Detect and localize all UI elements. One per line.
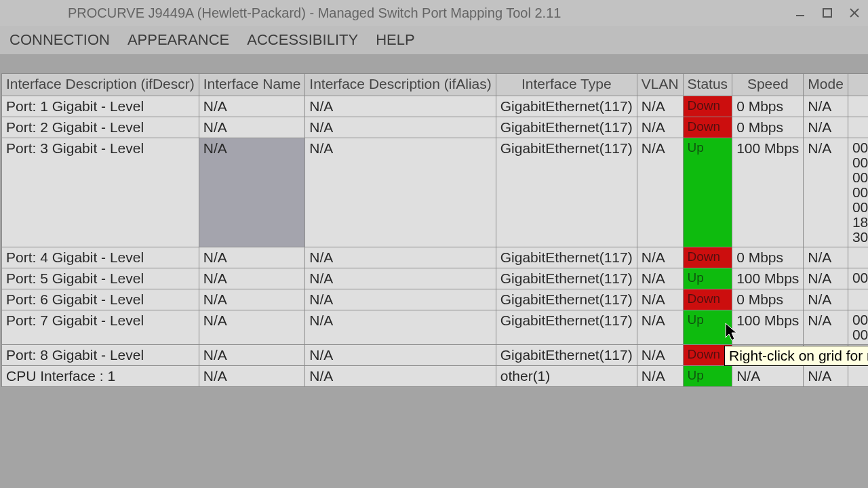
cell-ifname[interactable]: N/A xyxy=(199,310,305,345)
cell-mac[interactable]: 00:18:6E:4E:F9:41 xyxy=(848,268,868,289)
cell-status[interactable]: Up xyxy=(683,366,732,387)
col-status[interactable]: Status xyxy=(683,74,732,96)
cell-vlan[interactable]: N/A xyxy=(637,96,683,117)
cell-mode[interactable]: N/A xyxy=(804,268,848,289)
cell-mode[interactable]: N/A xyxy=(804,247,848,268)
cell-ifdescr[interactable]: Port: 3 Gigabit - Level xyxy=(2,138,199,247)
cell-iftype[interactable]: GigabitEthernet(117) xyxy=(496,96,637,117)
cell-ifdescr[interactable]: CPU Interface : 1 xyxy=(2,366,199,387)
cell-ifname[interactable]: N/A xyxy=(199,138,305,247)
table-row[interactable]: CPU Interface : 1N/AN/Aother(1)N/AUpN/AN… xyxy=(2,366,869,387)
cell-ifname[interactable]: N/A xyxy=(199,289,305,310)
table-row[interactable]: Port: 2 Gigabit - LevelN/AN/AGigabitEthe… xyxy=(2,117,869,138)
cell-ifdescr[interactable]: Port: 5 Gigabit - Level xyxy=(2,268,199,289)
cell-mode[interactable]: N/A xyxy=(804,310,848,345)
col-ifname[interactable]: Interface Name xyxy=(199,74,305,96)
menu-connection[interactable]: CONNECTION xyxy=(8,28,111,52)
cell-ifname[interactable]: N/A xyxy=(199,268,305,289)
cell-mode[interactable]: N/A xyxy=(804,96,848,117)
cell-status[interactable]: Down xyxy=(683,247,732,268)
port-grid[interactable]: Interface Description (ifDescr) Interfac… xyxy=(1,73,868,387)
table-row[interactable]: Port: 4 Gigabit - LevelN/AN/AGigabitEthe… xyxy=(2,247,869,268)
col-ifalias[interactable]: Interface Description (ifAlias) xyxy=(305,74,496,96)
cell-mac[interactable]: 00:0F:20:45:81:8000:0F:20:45:81:A9 xyxy=(848,310,868,345)
cell-iftype[interactable]: GigabitEthernet(117) xyxy=(496,138,637,247)
menu-appearance[interactable]: APPEARANCE xyxy=(126,28,231,52)
col-speed[interactable]: Speed xyxy=(732,74,804,96)
cell-ifname[interactable]: N/A xyxy=(199,366,305,387)
cell-mode[interactable]: N/A xyxy=(804,289,848,310)
cell-ifname[interactable]: N/A xyxy=(199,117,305,138)
col-ifdescr[interactable]: Interface Description (ifDescr) xyxy=(2,74,199,96)
cell-ifalias[interactable]: N/A xyxy=(305,366,496,387)
cell-ifname[interactable]: N/A xyxy=(199,345,305,366)
table-row[interactable]: Port: 1 Gigabit - LevelN/AN/AGigabitEthe… xyxy=(2,96,869,117)
col-vlan[interactable]: VLAN xyxy=(637,74,683,96)
cell-iftype[interactable]: GigabitEthernet(117) xyxy=(496,268,637,289)
cell-mode[interactable]: N/A xyxy=(804,366,848,387)
cell-ifdescr[interactable]: Port: 8 Gigabit - Level xyxy=(2,345,199,366)
cell-ifdescr[interactable]: Port: 1 Gigabit - Level xyxy=(2,96,199,117)
cell-status[interactable]: Up xyxy=(683,310,732,345)
cell-mac[interactable] xyxy=(848,247,868,268)
cell-ifalias[interactable]: N/A xyxy=(305,117,496,138)
cell-ifdescr[interactable]: Port: 6 Gigabit - Level xyxy=(2,289,199,310)
cell-vlan[interactable]: N/A xyxy=(637,247,683,268)
cell-speed[interactable]: 0 Mbps xyxy=(732,117,804,138)
cell-mac[interactable] xyxy=(848,289,868,310)
cell-speed[interactable]: 100 Mbps xyxy=(732,268,804,289)
cell-ifalias[interactable]: N/A xyxy=(305,96,496,117)
cell-status[interactable]: Up xyxy=(683,138,732,247)
cell-ifalias[interactable]: N/A xyxy=(305,289,496,310)
cell-ifalias[interactable]: N/A xyxy=(305,138,496,247)
cell-iftype[interactable]: GigabitEthernet(117) xyxy=(496,289,637,310)
menu-help[interactable]: HELP xyxy=(374,28,416,52)
cell-mac[interactable]: 00:0C:F1:6F:6D:C600:0F:1F:9B:54:8700:13:… xyxy=(848,138,868,247)
cell-speed[interactable]: N/A xyxy=(732,366,804,387)
cell-vlan[interactable]: N/A xyxy=(637,289,683,310)
cell-speed[interactable]: 0 Mbps xyxy=(732,289,804,310)
cell-vlan[interactable]: N/A xyxy=(637,310,683,345)
maximize-button[interactable] xyxy=(814,0,841,26)
cell-iftype[interactable]: GigabitEthernet(117) xyxy=(496,247,637,268)
cell-status[interactable]: Down xyxy=(683,117,732,138)
cell-speed[interactable]: 100 Mbps xyxy=(732,310,804,345)
cell-mode[interactable]: N/A xyxy=(804,138,848,247)
close-button[interactable] xyxy=(841,0,868,26)
table-row[interactable]: Port: 3 Gigabit - LevelN/AN/AGigabitEthe… xyxy=(2,138,869,247)
table-row[interactable]: Port: 5 Gigabit - LevelN/AN/AGigabitEthe… xyxy=(2,268,869,289)
cell-status[interactable]: Down xyxy=(683,289,732,310)
cell-ifalias[interactable]: N/A xyxy=(305,247,496,268)
cell-mac[interactable] xyxy=(848,117,868,138)
cell-status[interactable]: Down xyxy=(683,96,732,117)
cell-mac[interactable] xyxy=(848,96,868,117)
col-mac[interactable]: MAC Address xyxy=(848,74,868,96)
cell-iftype[interactable]: GigabitEthernet(117) xyxy=(496,345,637,366)
cell-mac[interactable] xyxy=(848,366,868,387)
cell-ifdescr[interactable]: Port: 7 Gigabit - Level xyxy=(2,310,199,345)
cell-status[interactable]: Up xyxy=(683,268,732,289)
cell-iftype[interactable]: other(1) xyxy=(496,366,637,387)
cell-vlan[interactable]: N/A xyxy=(637,268,683,289)
cell-speed[interactable]: 100 Mbps xyxy=(732,138,804,247)
cell-ifdescr[interactable]: Port: 4 Gigabit - Level xyxy=(2,247,199,268)
cell-vlan[interactable]: N/A xyxy=(637,138,683,247)
cell-iftype[interactable]: GigabitEthernet(117) xyxy=(496,117,637,138)
cell-vlan[interactable]: N/A xyxy=(637,345,683,366)
menu-accessibility[interactable]: ACCESSIBILITY xyxy=(245,28,359,52)
col-iftype[interactable]: Interface Type xyxy=(496,74,637,96)
cell-ifalias[interactable]: N/A xyxy=(305,345,496,366)
cell-vlan[interactable]: N/A xyxy=(637,366,683,387)
cell-vlan[interactable]: N/A xyxy=(637,117,683,138)
cell-ifalias[interactable]: N/A xyxy=(305,268,496,289)
cell-mode[interactable]: N/A xyxy=(804,117,848,138)
cell-ifname[interactable]: N/A xyxy=(199,96,305,117)
cell-ifdescr[interactable]: Port: 2 Gigabit - Level xyxy=(2,117,199,138)
minimize-button[interactable] xyxy=(787,0,814,26)
cell-speed[interactable]: 0 Mbps xyxy=(732,247,804,268)
cell-ifalias[interactable]: N/A xyxy=(305,310,496,345)
cell-speed[interactable]: 0 Mbps xyxy=(732,96,804,117)
cell-ifname[interactable]: N/A xyxy=(199,247,305,268)
col-mode[interactable]: Mode xyxy=(804,74,848,96)
table-row[interactable]: Port: 6 Gigabit - LevelN/AN/AGigabitEthe… xyxy=(2,289,869,310)
